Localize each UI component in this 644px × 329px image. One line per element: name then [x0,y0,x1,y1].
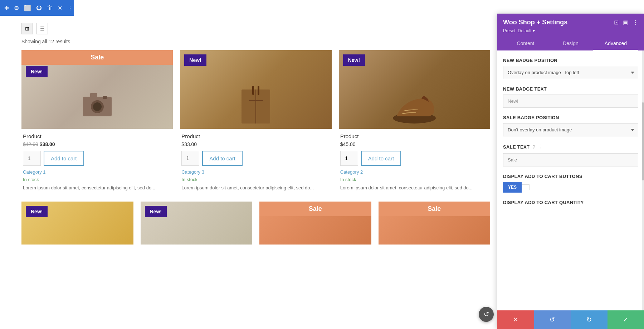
showing-results-text: Showing all 12 results [21,37,490,50]
toggle-row: YES [503,182,638,193]
quantity-input[interactable] [181,151,199,166]
add-to-cart-button[interactable]: Add to cart [44,151,84,166]
product-name: Product [181,133,330,139]
product-price: $45.00 [340,141,489,147]
expand-icon[interactable]: ⊡ [614,19,619,26]
add-to-cart-button[interactable]: Add to cart [202,151,243,166]
power-icon[interactable]: ⏻ [36,5,42,11]
price-new: $38.00 [40,141,55,147]
more-options-icon[interactable]: ⋮ [538,144,544,150]
panel-body: New Badge Position Overlay on product im… [497,50,644,310]
grid-view-button[interactable]: ⊞ [21,23,33,34]
sale-badge-position-group: Sale Badge Position Don't overlay on pro… [503,115,638,136]
camera-illustration [76,82,119,125]
save-button[interactable]: ✓ [608,310,644,329]
menu-icon[interactable]: ⋮ [633,19,638,26]
product-image: Sale [259,202,371,245]
trash-icon[interactable]: 🗑 [47,5,53,11]
tab-content[interactable]: Content [503,37,548,50]
product-description: Lorem ipsum dolor sit amet, consectetur … [340,184,489,192]
product-price: $33.00 [181,141,330,147]
category-link[interactable]: Category 3 [181,169,330,175]
svg-rect-7 [252,86,254,95]
more-icon[interactable]: ⋮ [67,5,73,11]
product-description: Lorem ipsum dolor sit amet, consectetur … [23,184,171,192]
product-card: Sale New! Product $42.00$38.00 [21,50,173,194]
new-badge: New! [26,206,48,217]
panel-title-row: Woo Shop + Settings ⊡ ▣ ⋮ [503,19,638,26]
product-name: Product [23,133,171,139]
scrollbar-thumb[interactable] [642,102,644,180]
settings-panel: Woo Shop + Settings ⊡ ▣ ⋮ Preset: Defaul… [497,14,644,329]
panel-footer: ✕ ↺ ↻ ✓ [497,310,644,329]
stock-status: In stock [340,177,489,182]
undo-button[interactable]: ↺ [534,310,571,329]
product-card: New! Product $45.00 Add to cart Category… [339,50,490,194]
quantity-input[interactable] [23,151,41,166]
list-view-button[interactable]: ☰ [36,23,48,34]
sale-badge: Sale [259,202,371,216]
bottom-product-row: New! New! Sale Sale [21,202,490,252]
sale-text-input[interactable] [503,153,638,166]
redo-button[interactable]: ↻ [571,310,608,329]
split-icon[interactable]: ▣ [623,19,628,26]
product-info: Product $33.00 Add to cart Category 3 In… [180,129,331,194]
plus-icon[interactable]: ✚ [4,5,9,11]
preset-row: Preset: Default ▾ [503,28,638,33]
sale-badge-position-label: Sale Badge Position [503,115,638,120]
sale-badge: Sale [379,202,491,216]
svg-rect-3 [90,93,97,97]
tab-design[interactable]: Design [548,37,593,50]
panel-tabs: Content Design Advanced [503,37,638,50]
add-to-cart-row: Add to cart [340,151,489,166]
shop-controls: ⊞ ☰ [21,16,490,37]
bag-illustration [238,82,274,129]
product-image: New! [180,50,331,129]
tab-advanced[interactable]: Advanced [593,37,638,50]
toggle-yes-button[interactable]: YES [503,182,522,193]
shoes-illustration [389,89,439,125]
stock-status: In stock [23,177,171,182]
product-card: Sale [259,202,371,245]
new-badge-position-label: New Badge Position [503,58,638,63]
new-badge-position-select[interactable]: Overlay on product image - top left Over… [503,66,638,79]
product-name: Product [340,133,489,139]
sale-badge-position-select[interactable]: Don't overlay on product image Overlay o… [503,123,638,136]
product-image: New! [339,50,490,129]
add-to-cart-button[interactable]: Add to cart [361,151,401,166]
product-image: Sale New! [21,50,173,129]
product-card: New! Product $33.00 Add to cart Category… [180,50,331,194]
svg-rect-4 [103,96,107,99]
display-cart-buttons-group: Display add to cart buttons YES [503,174,638,193]
product-description: Lorem ipsum dolor sit amet, consectetur … [181,184,330,192]
product-image: New! [141,202,253,245]
scrollbar-track[interactable] [642,50,644,310]
svg-rect-9 [249,100,263,101]
category-link[interactable]: Category 1 [23,169,171,175]
settings-icon[interactable]: ⚙ [14,5,19,11]
product-grid: Sale New! Product $42.00$38.00 [21,50,490,202]
display-cart-quantity-group: Display add to cart quantity [503,200,638,205]
add-to-cart-row: Add to cart [181,151,330,166]
sale-text-label-row: Sale Text ? ⋮ [503,144,638,150]
close-icon[interactable]: ✕ [58,5,62,11]
category-link[interactable]: Category 2 [340,169,489,175]
sale-text-group: Sale Text ? ⋮ [503,144,638,166]
product-card: New! [141,202,253,245]
help-icon[interactable]: ? [532,144,535,150]
preset-label: Preset: Default [503,28,531,33]
top-toolbar: ✚ ⚙ ⬜ ⏻ 🗑 ✕ ⋮ [0,0,74,16]
new-badge-text-group: New Badge Text [503,86,638,108]
preset-dropdown[interactable]: ▾ [533,28,535,33]
cancel-button[interactable]: ✕ [497,310,534,329]
new-badge: New! [26,66,48,77]
quantity-input[interactable] [340,151,358,166]
new-badge-text-input[interactable] [503,95,638,108]
panel-header-icons: ⊡ ▣ ⋮ [614,19,638,26]
floating-action-button[interactable]: ↺ [479,307,494,322]
product-image: New! [21,202,133,245]
product-info: Product $42.00$38.00 Add to cart Categor… [21,129,173,194]
toggle-no-button[interactable] [522,184,530,190]
svg-point-2 [93,102,102,111]
layout-icon[interactable]: ⬜ [24,5,31,11]
